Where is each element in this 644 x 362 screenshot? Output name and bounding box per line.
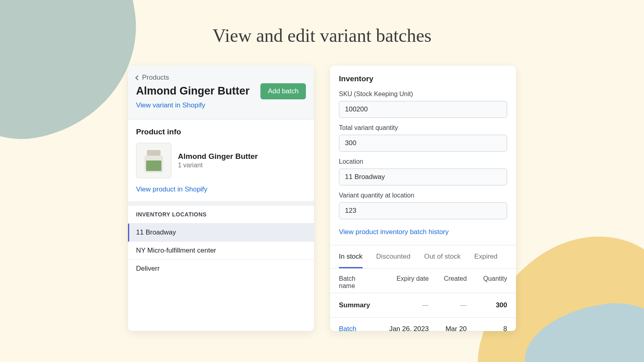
tab-out-of-stock[interactable]: Out of stock — [424, 245, 461, 268]
loc-qty-input[interactable] — [339, 202, 507, 219]
loc-qty-label: Variant quantity at location — [339, 192, 507, 199]
batch-expiry: Jan 26, 2023 — [374, 318, 433, 331]
sku-label: SKU (Stock Keeping Unit) — [339, 90, 507, 98]
batch-history-link[interactable]: View product inventory batch history — [339, 228, 449, 236]
batch-name-link[interactable]: Batch — [339, 325, 356, 331]
page-title: View and edit variant batches — [0, 0, 644, 46]
chevron-left-icon — [135, 75, 140, 80]
tab-expired[interactable]: Expired — [474, 245, 497, 268]
view-variant-link[interactable]: View variant in Shopify — [136, 101, 205, 109]
location-label: Location — [339, 158, 507, 165]
location-label: 11 Broadway — [136, 228, 176, 236]
sku-input[interactable] — [339, 101, 507, 118]
view-product-link[interactable]: View product in Shopify — [136, 185, 306, 193]
batch-tabs: In stock Discounted Out of stock Expired — [330, 245, 516, 269]
batch-qty: 8 — [471, 318, 516, 331]
summary-qty: 300 — [471, 293, 516, 318]
batch-row[interactable]: Batch Jan 26, 2023 Mar 20 8 — [330, 318, 516, 331]
add-batch-button[interactable]: Add batch — [260, 83, 306, 99]
total-qty-label: Total variant quantity — [339, 124, 507, 132]
tab-discounted[interactable]: Discounted — [376, 245, 411, 268]
product-name: Almond Ginger Butter — [178, 152, 258, 161]
col-expiry: Expiry date — [374, 269, 433, 293]
inventory-locations-heading: INVENTORY LOCATIONS — [128, 206, 314, 224]
col-created: Created — [433, 269, 471, 293]
summary-row: Summary — — 300 — [330, 293, 516, 318]
breadcrumb-products[interactable]: Products — [136, 74, 169, 82]
product-variant-count: 1 variant — [178, 162, 258, 169]
total-qty-input[interactable] — [339, 135, 507, 152]
product-thumbnail — [136, 143, 171, 178]
batch-created: Mar 20 — [433, 318, 471, 331]
location-item-ny-micro[interactable]: NY Micro-fulfillment center — [128, 242, 314, 260]
tab-in-stock[interactable]: In stock — [339, 245, 363, 268]
summary-label: Summary — [330, 293, 374, 318]
location-label: NY Micro-fulfillment center — [136, 247, 216, 254]
inventory-card: Inventory SKU (Stock Keeping Unit) Total… — [330, 66, 516, 331]
col-quantity: Quantity — [471, 269, 516, 293]
variant-card: Products Almond Ginger Butter View varia… — [128, 66, 314, 331]
divider — [128, 202, 314, 206]
location-label: Deliverr — [136, 265, 160, 272]
inventory-heading: Inventory — [339, 74, 507, 83]
col-batch-name: Batch name — [330, 269, 374, 293]
summary-created: — — [433, 293, 471, 318]
location-item-11-broadway[interactable]: 11 Broadway — [128, 224, 314, 242]
location-input[interactable] — [339, 169, 507, 185]
breadcrumb-label: Products — [142, 74, 169, 82]
summary-expiry: — — [374, 293, 433, 318]
batch-table: Batch name Expiry date Created Quantity … — [330, 269, 516, 331]
product-info-heading: Product info — [136, 128, 306, 136]
location-item-deliverr[interactable]: Deliverr — [128, 260, 314, 278]
